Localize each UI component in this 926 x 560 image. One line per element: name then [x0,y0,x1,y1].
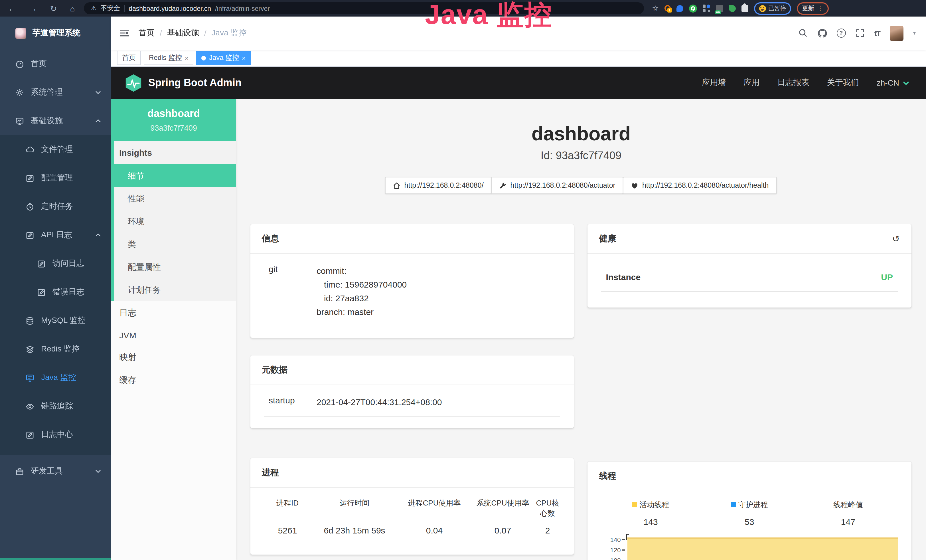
sba-nav-about[interactable]: 关于我们 [827,77,859,88]
address-bar[interactable]: ⚠ 不安全 dashboard.yudao.iocoder.cn/infra/a… [84,2,644,14]
col-header: 进程ID [262,496,313,524]
sidebar-item-access-log[interactable]: 访问日志 [0,249,111,278]
monitor-chart-icon [15,117,24,125]
tab-home[interactable]: 首页 [117,51,141,65]
pin-extension-icon[interactable] [676,5,683,12]
sidebar-item-api-log[interactable]: API 日志 [0,221,111,249]
fullscreen-icon[interactable] [855,29,864,38]
instance-name: dashboard [116,108,232,120]
sba-navbar: Spring Boot Admin 应用墙 应用 日志报表 关于我们 zh-CN [111,67,926,99]
app-logo-row[interactable]: 芋道管理系统 [0,17,111,50]
home-icon[interactable]: ⌂ [70,4,75,13]
insights-title[interactable]: Insights [114,141,236,164]
health-url-button[interactable]: http://192.168.0.2:48080/actuator/health [623,177,776,194]
process-table: 进程ID 运行时间 进程CPU使用率 系统CPU使用率 CPU核心数 5261 … [262,496,563,545]
breadcrumb-home[interactable]: 首页 [139,28,154,38]
side-item-metrics[interactable]: 性能 [114,187,236,210]
sidebar-item-redis-monitor[interactable]: Redis 监控 [0,335,111,363]
col-header: CPU核心数 [533,496,562,524]
hamburger-icon[interactable] [120,29,130,37]
sidebar-item-mysql-monitor[interactable]: MySQL 监控 [0,306,111,335]
sba-nav-wallboard[interactable]: 应用墙 [702,77,726,88]
url-path: /infra/admin-server [215,5,270,12]
metadata-key: startup [264,395,316,409]
sidebar-item-config-manage[interactable]: 配置管理 [0,164,111,192]
help-icon[interactable]: ? [837,29,846,38]
forward-icon[interactable]: → [29,4,37,13]
side-item-mappings[interactable]: 映射 [111,346,236,369]
col-header: 运行时间 [313,496,396,524]
close-icon[interactable]: × [242,54,245,61]
service-url-button[interactable]: http://192.168.0.2:48080/ [385,177,492,194]
menu-kebab-icon[interactable]: ⋮ [818,5,824,12]
sidebar-item-home[interactable]: 首页 [0,50,111,78]
side-item-classes[interactable]: 类 [114,233,236,256]
y-tick: 100 [601,557,621,560]
side-item-env[interactable]: 环境 [114,210,236,233]
database-icon [26,316,34,325]
page-id: Id: 93a3fc7f7409 [236,150,926,162]
history-icon[interactable]: ↺ [892,234,900,243]
col-header: 系统CPU使用率 [473,496,533,524]
user-avatar[interactable] [890,26,903,41]
tab-redis-monitor[interactable]: Redis 监控× [144,51,194,65]
threads-peak-value: 147 [799,517,897,527]
back-icon[interactable]: ← [8,4,16,13]
metadata-card: 元数据 startup 2021-04-27T00:44:31.254+08:0… [250,356,574,428]
side-item-caches[interactable]: 缓存 [111,369,236,391]
profile-paused-badge[interactable]: 已暂停 [754,2,791,15]
chevron-down-icon [903,81,909,85]
security-label[interactable]: 不安全 [100,4,120,12]
y-tick: 120 [601,546,621,554]
chevron-up-icon [95,233,101,237]
sidebar-item-scheduled-jobs[interactable]: 定时任务 [0,192,111,221]
sidebar-item-java-monitor[interactable]: Java 监控 [0,363,111,392]
sba-nav-applications[interactable]: 应用 [744,77,760,88]
info-key: git [264,264,316,319]
chevron-up-icon [95,119,101,123]
cell-uptime: 6d 23h 15m 59s [313,524,396,540]
actuator-url-button[interactable]: http://192.168.0.2:48080/actuator [491,177,623,194]
sidebar-item-tracing[interactable]: 链路追踪 [0,392,111,421]
locale-select[interactable]: zh-CN [877,78,909,87]
sidebar-item-system[interactable]: 系统管理 [0,78,111,107]
close-icon[interactable]: × [185,54,189,61]
main-sidebar: 芋道管理系统 首页 系统管理 基础设施 文件管理 [0,17,111,560]
app-logo [15,28,26,38]
sidebar-item-error-log[interactable]: 错误日志 [0,278,111,306]
y-extension-icon[interactable]: y [689,4,697,12]
update-button[interactable]: 更新 ⋮ [797,2,829,15]
instance-header[interactable]: dashboard 93a3fc7f7409 [111,99,236,141]
grid-extension-icon[interactable] [703,5,710,12]
sba-nav-journal[interactable]: 日志报表 [778,77,809,88]
font-size-icon[interactable]: tT [874,29,880,37]
sidebar-item-dev-tools[interactable]: 研发工具 [0,457,111,486]
side-item-logs[interactable]: 日志 [111,301,236,324]
tab-java-monitor[interactable]: Java 监控× [197,51,251,65]
github-icon[interactable] [817,28,827,38]
puzzle-extension-icon[interactable] [741,5,748,12]
leaf-extension-icon[interactable] [729,5,736,12]
insights-group: Insights 细节 性能 环境 类 配置属性 计划任务 [111,141,236,301]
info-row-git: git commit: time: 1596289704000 id: 27aa… [264,264,560,326]
search-icon[interactable] [798,29,807,38]
legend-label: 守护进程 [738,499,768,510]
sidebar-item-infra[interactable]: 基础设施 [0,107,111,135]
side-item-scheduled[interactable]: 计划任务 [114,278,236,301]
sidebar-item-file-manage[interactable]: 文件管理 [0,135,111,164]
breadcrumb-infra[interactable]: 基础设施 [167,28,199,38]
status-strip [0,558,111,560]
health-row-instance[interactable]: Instance UP [601,268,898,292]
side-item-jvm[interactable]: JVM [111,324,236,346]
health-card: 健康 ↺ Instance UP [588,224,911,307]
side-item-configprops[interactable]: 配置属性 [114,256,236,278]
chevron-down-icon[interactable]: ▾ [913,30,916,36]
extension-icon[interactable]: 1 [664,5,671,11]
side-item-details[interactable]: 细节 [114,164,236,187]
sidebar-item-log-center[interactable]: 日志中心 [0,421,111,449]
sba-brand[interactable]: Spring Boot Admin [125,73,242,92]
bookmark-star-icon[interactable]: ☆ [652,4,658,12]
reload-icon[interactable]: ↻ [50,4,57,13]
on-extension-icon[interactable]: on [716,5,723,12]
divider [124,5,125,12]
